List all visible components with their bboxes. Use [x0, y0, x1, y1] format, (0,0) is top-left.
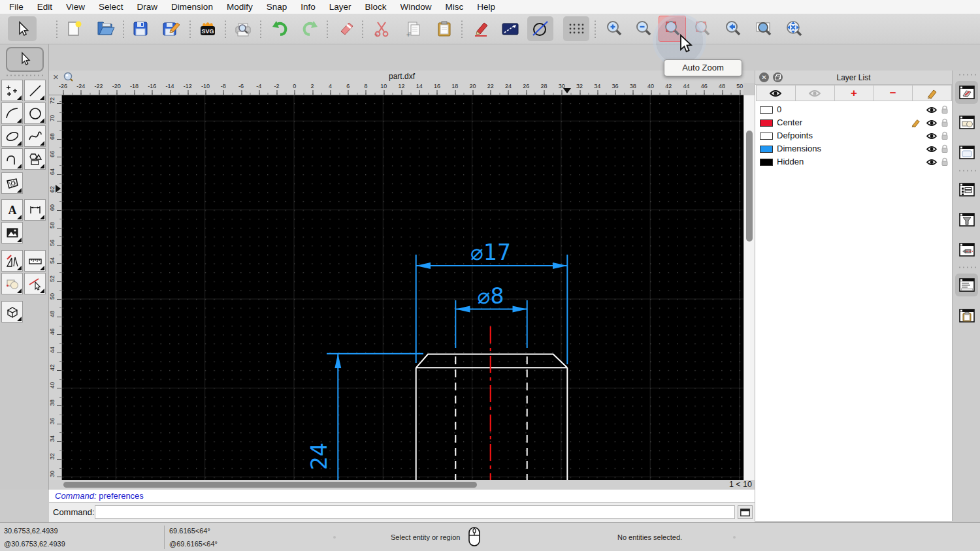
v-ruler-label: 58	[49, 219, 56, 231]
palette-select-button[interactable]	[6, 47, 44, 72]
dock-entity-list-button[interactable]	[955, 178, 978, 201]
menu-edit[interactable]: Edit	[37, 2, 52, 12]
polyline-reference-button[interactable]	[497, 16, 523, 41]
line-tool-button[interactable]	[24, 80, 46, 101]
command-window-button[interactable]	[738, 505, 753, 519]
image-tool-button[interactable]	[1, 222, 23, 244]
circle-tool-button[interactable]	[24, 102, 46, 124]
dock-command-widget-button[interactable]	[955, 274, 978, 296]
dock-layer-list-button[interactable]	[955, 81, 978, 104]
layer-lock-icon[interactable]	[941, 118, 949, 130]
layer-color-swatch[interactable]	[760, 159, 773, 166]
vertical-scrollbar[interactable]	[743, 95, 755, 480]
layer-visibility-eye-icon[interactable]	[926, 105, 938, 117]
menu-misc[interactable]: Misc	[446, 2, 464, 12]
layer-color-swatch[interactable]	[760, 119, 773, 127]
toolbar-separator	[123, 20, 124, 38]
layer-row-0[interactable]: 0	[755, 103, 952, 116]
construction-circle-button[interactable]	[527, 16, 553, 41]
copy-button[interactable]: +	[400, 16, 427, 41]
h-ruler-label: 50	[736, 83, 743, 89]
hatch-tool-button[interactable]	[1, 172, 23, 194]
palette-grip[interactable]	[5, 74, 43, 76]
points-tool-button[interactable]	[1, 80, 23, 101]
3d-tool-button[interactable]	[1, 301, 23, 323]
vertical-scrollbar-thumb[interactable]	[746, 131, 753, 242]
spline-tool-button[interactable]	[24, 125, 46, 147]
zoom-in-button[interactable]	[601, 16, 627, 41]
layer-row-defpoints[interactable]: Defpoints	[755, 129, 952, 142]
horizontal-scrollbar-thumb[interactable]	[63, 482, 477, 488]
zoom-redo-button[interactable]	[689, 16, 715, 41]
new-file-button[interactable]	[61, 16, 87, 41]
polyline-tool-button[interactable]	[1, 148, 23, 170]
delete-button[interactable]	[334, 16, 360, 41]
menu-view[interactable]: View	[66, 2, 85, 12]
menu-block[interactable]: Block	[365, 2, 387, 12]
menu-window[interactable]: Window	[400, 2, 432, 12]
layer-row-dimensions[interactable]: Dimensions	[755, 142, 952, 155]
dock-grip[interactable]	[958, 74, 976, 76]
measure-tool-button[interactable]	[24, 250, 46, 272]
zoom-pan-button[interactable]	[781, 16, 807, 41]
order-tool-button[interactable]	[1, 273, 23, 294]
select-entity-tool-button[interactable]	[24, 273, 46, 294]
zoom-previous-button[interactable]	[720, 16, 746, 41]
menu-draw[interactable]: Draw	[137, 2, 158, 12]
layer-visibility-eye-icon[interactable]	[926, 157, 938, 169]
horizontal-scrollbar[interactable]: 1 < 10	[49, 480, 755, 490]
layer-visibility-eye-icon[interactable]	[926, 144, 938, 156]
show-all-layers-button[interactable]	[756, 85, 796, 101]
polygon-tool-button[interactable]	[24, 148, 46, 170]
zoom-out-button[interactable]	[630, 16, 657, 41]
open-file-button[interactable]	[93, 16, 119, 41]
menu-snap[interactable]: Snap	[267, 2, 287, 12]
layer-lock-icon[interactable]	[941, 131, 949, 143]
menu-dimension[interactable]: Dimension	[171, 2, 213, 12]
dock-entity-filter-button[interactable]	[955, 208, 978, 231]
hide-all-layers-button[interactable]	[796, 85, 835, 101]
layer-row-center[interactable]: Center	[755, 116, 952, 129]
dock-pen-palette-button[interactable]	[955, 238, 978, 261]
menu-file[interactable]: File	[9, 2, 24, 12]
select-tool-button[interactable]	[8, 16, 37, 41]
menu-select[interactable]: Select	[99, 2, 123, 12]
menu-modify[interactable]: Modify	[227, 2, 253, 12]
menu-layer[interactable]: Layer	[329, 2, 351, 12]
save-button[interactable]	[127, 16, 154, 41]
dimension-tool-button[interactable]	[24, 199, 46, 221]
cut-button[interactable]: +	[368, 16, 395, 41]
layer-color-swatch[interactable]	[760, 146, 773, 153]
paste-button[interactable]	[431, 16, 457, 41]
menu-info[interactable]: Info	[301, 2, 316, 12]
layer-color-swatch[interactable]	[760, 106, 773, 114]
layer-row-hidden[interactable]: Hidden	[755, 155, 952, 168]
save-as-button[interactable]	[158, 16, 184, 41]
add-layer-button[interactable]: +	[835, 85, 874, 101]
grid-toggle-button[interactable]	[563, 16, 589, 41]
layer-visibility-eye-icon[interactable]	[926, 118, 938, 130]
command-input[interactable]	[95, 505, 735, 519]
text-tool-button[interactable]: A	[1, 199, 23, 221]
edit-layer-button[interactable]	[913, 85, 952, 101]
dock-library-browser-button[interactable]	[955, 141, 978, 164]
undo-button[interactable]	[267, 16, 293, 41]
ellipse-tool-button[interactable]	[1, 125, 23, 147]
layer-color-swatch[interactable]	[760, 133, 773, 140]
dock-block-list-button[interactable]	[955, 111, 978, 134]
drawing-canvas[interactable]: ⌀17 ⌀8 24	[62, 95, 743, 480]
layer-visibility-eye-icon[interactable]	[926, 131, 938, 143]
redo-button[interactable]	[297, 16, 323, 41]
menu-help[interactable]: Help	[477, 2, 495, 12]
arc-tool-button[interactable]	[1, 102, 23, 124]
dock-clipboard-button[interactable]	[955, 304, 978, 327]
layer-lock-icon[interactable]	[941, 157, 949, 169]
layer-lock-icon[interactable]	[941, 105, 949, 117]
svg-export-button[interactable]: SVG	[195, 16, 221, 41]
pen-button[interactable]	[467, 16, 493, 41]
modify-tool-button[interactable]	[1, 250, 23, 272]
zoom-window-button[interactable]	[751, 16, 777, 41]
remove-layer-button[interactable]: −	[874, 85, 913, 101]
layer-lock-icon[interactable]	[941, 144, 949, 156]
print-preview-button[interactable]	[230, 16, 256, 41]
